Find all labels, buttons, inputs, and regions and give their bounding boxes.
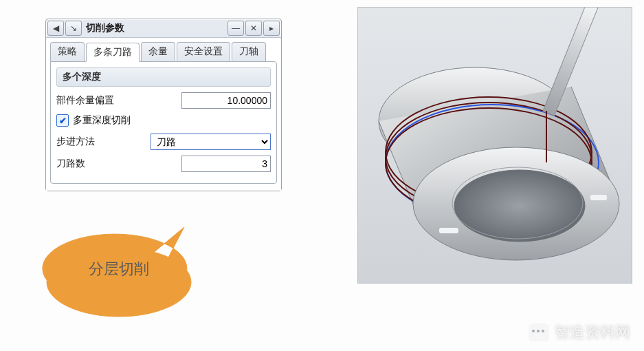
passes-label: 刀路数 [56,158,85,170]
svg-rect-10 [590,195,607,200]
passes-input[interactable] [181,156,271,172]
multi-depth-cut-label: 多重深度切削 [73,114,131,127]
close-button[interactable]: ✕ [245,21,262,36]
titlebar: ◀ ↘ 切削参数 — ✕ ▸ [46,19,281,37]
tab-stock[interactable]: 余量 [141,42,175,61]
watermark: 智造资料网 [529,322,630,343]
tab-toolaxis[interactable]: 刀轴 [232,42,266,61]
multi-depth-cut-checkbox[interactable]: ✔ [56,114,69,127]
callout-text: 分层切削 [40,259,198,279]
row-part-stock-offset: 部件余量偏置 [56,92,271,109]
svg-point-0 [47,248,191,317]
model-illustration-icon [358,8,632,283]
part-stock-offset-input[interactable] [181,92,271,109]
cutting-params-dialog: ◀ ↘ 切削参数 — ✕ ▸ 策略 多条刀路 余量 安全设置 刀轴 多个深度 部… [45,19,282,191]
model-viewport[interactable] [357,7,632,284]
part-stock-offset-label: 部件余量偏置 [56,94,114,107]
tab-strip: 策略 多条刀路 余量 安全设置 刀轴 [50,42,277,61]
tab-multipath[interactable]: 多条刀路 [86,43,140,62]
group-header: 多个深度 [56,67,271,87]
dialog-body: 策略 多条刀路 余量 安全设置 刀轴 多个深度 部件余量偏置 ✔ 多重深度切削 … [46,37,281,191]
minimize-button[interactable]: — [227,21,244,36]
row-step-method: 步进方法 刀路 [56,134,271,150]
step-method-select[interactable]: 刀路 [151,134,271,150]
nav-arrow-button[interactable]: ↘ [65,21,82,36]
row-passes: 刀路数 [56,156,271,172]
tab-strategy[interactable]: 策略 [50,42,85,61]
svg-rect-9 [439,228,458,233]
multipath-panel: 多个深度 部件余量偏置 ✔ 多重深度切削 步进方法 刀路 刀路数 [50,61,277,184]
tab-safety[interactable]: 安全设置 [177,42,230,61]
row-multi-depth-cut: ✔ 多重深度切削 [56,114,271,127]
callout: 分层切削 [40,227,210,307]
step-method-label: 步进方法 [56,136,95,148]
wechat-icon [529,323,549,341]
maximize-button[interactable]: ▸ [263,21,280,36]
nav-back-button[interactable]: ◀ [47,21,64,36]
watermark-text: 智造资料网 [555,322,630,343]
svg-point-7 [454,170,585,242]
window-title: 切削参数 [82,19,227,37]
